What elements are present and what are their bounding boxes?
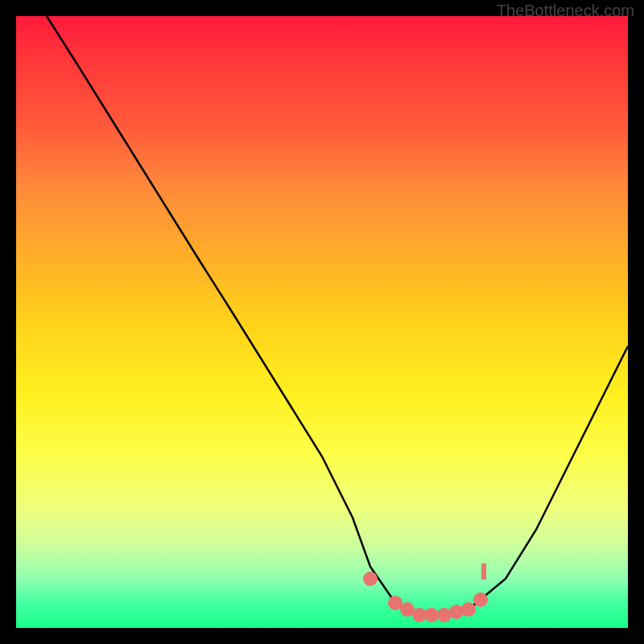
marker-dot (449, 605, 464, 619)
bottleneck-curve-line (47, 16, 628, 615)
marker-dot (461, 602, 476, 617)
marker-dot (363, 572, 378, 586)
marker-dot (424, 608, 439, 622)
curve-svg (16, 16, 628, 628)
marker-dot (473, 592, 488, 607)
optimal-zone-markers (363, 564, 488, 622)
marker-tick (481, 564, 486, 580)
chart-container: TheBottleneck.com (0, 0, 644, 644)
plot-area (16, 16, 628, 628)
